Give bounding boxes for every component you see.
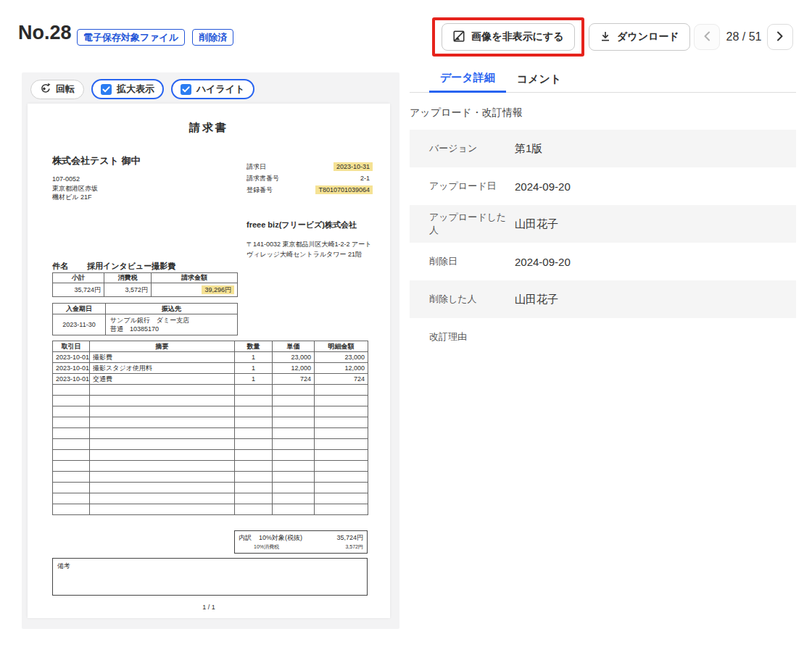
invoice-line-item-row: 2023-10-01 撮影費 1 23,000 23,000 — [53, 352, 368, 363]
checkbox-checked-icon — [101, 84, 112, 95]
highlight-toggle-label: ハイライト — [196, 83, 245, 96]
highlight-toggle[interactable]: ハイライト — [171, 79, 254, 99]
download-button[interactable]: ダウンロード — [589, 23, 690, 51]
badge-row: 電子保存対象ファイル 削除済 — [77, 29, 233, 46]
invoice-issue-date-row: 請求日 2023-10-31 — [246, 162, 370, 171]
detail-row-revision-reason: 改訂理由 — [410, 318, 796, 356]
summary-header-total: 請求金額 — [152, 273, 238, 283]
invoice-subject-row: 件名採用インタビュー撮影費 — [52, 261, 175, 272]
image-viewer-panel: 回転 拡大表示 ハイライト 請求書 株式会社テスト 御中 107-0052 東京… — [22, 72, 399, 629]
zoom-display-toggle[interactable]: 拡大表示 — [91, 79, 164, 99]
detail-row-upload-date: アップロード日 2024-09-20 — [410, 167, 796, 205]
summary-subtotal-value: 35,724円 — [53, 283, 104, 297]
invoice-number-value: 2-1 — [360, 175, 370, 182]
zoom-display-label: 拡大表示 — [117, 83, 154, 96]
invoice-empty-row — [53, 417, 368, 428]
invoice-issuer-name: freee biz(フリービズ)株式会社 — [246, 220, 357, 230]
summary-total-value: 39,296円 — [152, 283, 238, 297]
summary-header-subtotal: 小計 — [53, 273, 104, 283]
invoice-empty-row — [53, 428, 368, 439]
invoice-empty-row — [53, 406, 368, 417]
download-button-label: ダウンロード — [617, 30, 679, 43]
payment-due-date-value: 2023-11-30 — [53, 314, 106, 335]
invoice-empty-row — [53, 504, 368, 515]
invoice-notes-box: 備考 — [52, 558, 368, 596]
detail-row-delete-date: 削除日 2024-09-20 — [410, 243, 796, 280]
invoice-recipient-zip: 107-0052 — [52, 175, 80, 183]
invoice-number-row: 請求書番号 2-1 — [246, 174, 370, 183]
rotate-button-label: 回転 — [56, 83, 75, 96]
breakdown-line2-value: 3,572円 — [345, 543, 363, 551]
breakdown-line2-label: 10%消費税 — [254, 543, 279, 551]
document-number: No.28 — [18, 22, 72, 44]
upload-revision-section-title: アップロード・改訂情報 — [410, 107, 796, 120]
rotate-button[interactable]: 回転 — [30, 80, 84, 99]
invoice-empty-row — [53, 483, 368, 493]
payment-header-due-date: 入金期日 — [53, 304, 106, 314]
invoice-registration-row: 登録番号 T8010701039064 — [246, 185, 370, 194]
invoice-empty-row — [53, 493, 368, 504]
breakdown-line1-label: 10%対象(税抜) — [259, 533, 302, 543]
invoice-summary-table: 小計 消費税 請求金額 35,724円 3,572円 39,296円 — [52, 272, 238, 297]
invoice-line-items-table: 取引日 摘要 数量 単価 明細金額 2023-10-01 撮影費 1 23,00… — [52, 341, 368, 515]
invoice-empty-row — [53, 461, 368, 472]
status-badge-electronic-storage: 電子保存対象ファイル — [77, 29, 185, 46]
invoice-empty-row — [53, 472, 368, 483]
invoice-number-label: 請求書番号 — [246, 174, 279, 183]
details-panel: データ詳細 コメント アップロード・改訂情報 バージョン 第1版 アップロード日… — [410, 72, 796, 356]
invoice-recipient-name: 株式会社テスト 御中 — [52, 154, 141, 167]
invoice-line-item-row: 2023-10-01 交通費 1 724 724 — [53, 374, 368, 385]
next-page-button[interactable] — [767, 24, 793, 50]
hide-image-button-label: 画像を非表示にする — [471, 30, 563, 43]
detail-rows: バージョン 第1版 アップロード日 2024-09-20 アップロードした人 山… — [410, 130, 796, 356]
breakdown-label: 内訳 — [239, 533, 252, 543]
invoice-issue-date-value: 2023-10-31 — [334, 162, 373, 171]
viewer-toolbar: 回転 拡大表示 ハイライト — [30, 79, 254, 99]
detail-row-version: バージョン 第1版 — [410, 130, 796, 167]
invoice-subject-value: 採用インタビュー撮影費 — [87, 262, 175, 270]
items-header-description: 摘要 — [90, 341, 235, 352]
invoice-issuer-address: 〒141-0032 東京都品川区大崎1-2-2 アートヴィレッジ大崎セントラルタ… — [246, 240, 377, 259]
invoice-page-indicator: 1 / 1 — [28, 604, 390, 611]
detail-row-deleted-by: 削除した人 山田花子 — [410, 280, 796, 318]
tab-data-details[interactable]: データ詳細 — [429, 71, 506, 93]
tab-comments[interactable]: コメント — [506, 72, 572, 92]
invoice-registration-label: 登録番号 — [246, 185, 273, 195]
payment-header-bank: 振込先 — [106, 304, 238, 314]
invoice-empty-row — [53, 439, 368, 450]
chevron-right-icon — [776, 31, 784, 43]
invoice-issue-date-label: 請求日 — [246, 162, 266, 172]
items-header-amount: 明細金額 — [315, 341, 368, 352]
items-header-date: 取引日 — [53, 341, 90, 352]
image-slash-icon — [452, 30, 465, 45]
page-count: 28 / 51 — [722, 24, 766, 50]
detail-row-uploaded-by: アップロードした人 山田花子 — [410, 205, 796, 243]
previous-page-button[interactable] — [694, 24, 720, 50]
invoice-subject-label: 件名 — [52, 262, 68, 270]
rotate-icon — [40, 83, 51, 96]
items-header-unit-price: 単価 — [273, 341, 315, 352]
summary-header-tax: 消費税 — [104, 273, 152, 283]
checkbox-checked-icon — [181, 84, 191, 95]
status-badge-deleted: 削除済 — [192, 29, 233, 46]
payment-bank-value: サンプル銀行 ダミー支店 普通 10385170 — [106, 314, 238, 335]
download-icon — [600, 30, 611, 44]
invoice-empty-row — [53, 385, 368, 396]
details-tabs: データ詳細 コメント — [410, 72, 796, 93]
chevron-left-icon — [703, 31, 710, 43]
invoice-title: 請求書 — [28, 121, 390, 135]
invoice-meta-block: 請求日 2023-10-31 請求書番号 2-1 登録番号 T801070103… — [246, 162, 370, 197]
invoice-empty-row — [53, 396, 368, 406]
invoice-empty-row — [53, 450, 368, 461]
invoice-registration-value: T8010701039064 — [315, 185, 373, 194]
invoice-document-preview: 請求書 株式会社テスト 御中 107-0052 東京都港区赤坂 機材ビル 21F… — [28, 104, 390, 618]
hide-image-button[interactable]: 画像を非表示にする — [442, 23, 574, 51]
annotation-highlight-box: 画像を非表示にする — [432, 17, 584, 57]
invoice-tax-breakdown-box: 内訳 10%対象(税抜) 35,724円 10%消費税 3,572円 — [234, 530, 368, 554]
invoice-payment-table: 入金期日 振込先 2023-11-30 サンプル銀行 ダミー支店 普通 1038… — [52, 303, 238, 335]
invoice-recipient-address2: 機材ビル 21F — [52, 193, 91, 202]
summary-tax-value: 3,572円 — [104, 283, 152, 297]
items-header-quantity: 数量 — [235, 341, 273, 352]
invoice-line-item-row: 2023-10-01 撮影スタジオ使用料 1 12,000 12,000 — [53, 363, 368, 374]
breakdown-line1-value: 35,724円 — [336, 533, 363, 543]
